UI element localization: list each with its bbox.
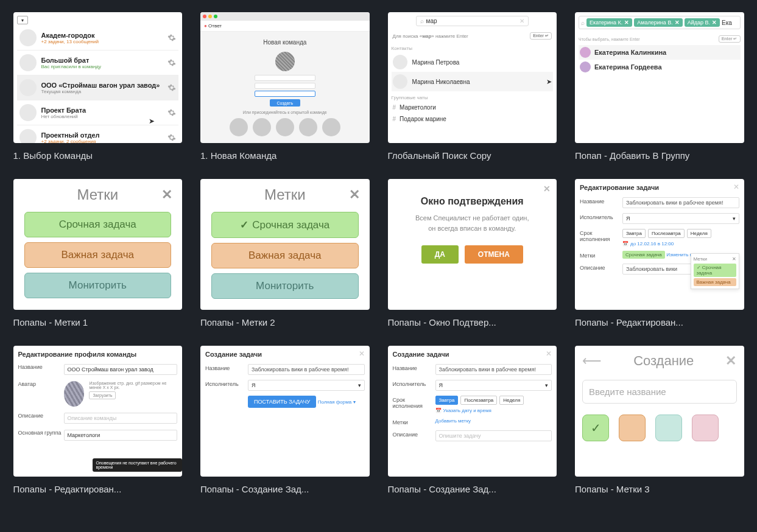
avatar (64, 381, 85, 407)
thumb: ✕ Редактирование задачи НазваниеЗаблокир… (575, 179, 744, 310)
gear-icon (167, 133, 176, 142)
team-row: Проектный отдел+2 задачи, 2 сообщения (17, 125, 179, 143)
thumb: Метки✕ ✓Срочная задача Важная задача Мон… (200, 179, 370, 310)
heading: Окно подтверждения (394, 196, 551, 207)
close-icon: ✕ (725, 353, 736, 369)
heading: Редактирование задачи (580, 184, 739, 191)
caption: Попапы - Редактирован... (575, 317, 744, 327)
group-select: Маркетологи (64, 430, 178, 441)
label-pill: Мониторить (24, 273, 172, 298)
caption: Глобальный Поиск Copy (388, 150, 557, 161)
exec-select: Я▾ (248, 380, 365, 391)
caption: Попапы - Метки 3 (575, 484, 744, 494)
cursor-icon: ➤ (149, 117, 155, 125)
card-edit-team-profile[interactable]: Редактирование профиля команды НазваниеО… (13, 346, 183, 494)
color-swatch (655, 415, 682, 441)
thumb: Метки✕ Срочная задача Важная задача Мони… (13, 179, 183, 310)
team-row: Большой братВас пригласили в команду (17, 51, 179, 75)
dropdown-toggle: ▾ (17, 16, 28, 24)
caption: 1. Новая Команда (200, 150, 370, 161)
gear-icon (167, 33, 176, 42)
thumb: ✕ Создание задачи НазваниеЗаблокировать … (200, 346, 370, 477)
cancel-button: ОТМЕНА (465, 245, 523, 264)
name-input: Заблокировать вики в рабочее время! (248, 364, 365, 375)
calendar-icon: 📅 (435, 408, 442, 413)
label-pill: ✓Срочная задача (211, 212, 359, 238)
name-input: ООО Строймаш вагон урал завод (64, 364, 178, 375)
desc-input: Опишите задачу (435, 430, 552, 441)
check-icon: ✓ (240, 219, 248, 231)
heading: Новая команда (205, 39, 365, 46)
card-labels-2[interactable]: Метки✕ ✓Срочная задача Важная задача Мон… (200, 179, 370, 327)
card-team-select[interactable]: ▾ Академ-городок+2 задачи, 13 сообщенийБ… (13, 12, 183, 161)
typed-text: Ека (722, 19, 732, 26)
heading: Создание задачи (205, 351, 365, 358)
caption: Попапы - Создание Зад... (388, 484, 557, 494)
gear-icon (167, 58, 176, 67)
team-row: Академ-городок+2 задачи, 13 сообщений (17, 26, 179, 51)
color-swatch: ✓ (582, 415, 609, 441)
close-icon: ✕ (161, 187, 172, 203)
input (255, 75, 315, 81)
thumb: ✕ Окно подтверждения Всем Специалист не … (388, 179, 557, 310)
caption: Попапы - Метки 2 (200, 317, 370, 327)
name-input: Заблокировать вики в рабочее время! (435, 364, 552, 375)
card-create-task-full[interactable]: ✕ Создание задачи НазваниеЗаблокировать … (388, 346, 557, 494)
card-edit-task[interactable]: ✕ Редактирование задачи НазваниеЗаблокир… (575, 179, 744, 327)
caption: Попапы - Редактирован... (13, 484, 183, 494)
heading: Метки (77, 186, 118, 203)
input (255, 83, 315, 89)
heading: Создание (633, 353, 694, 369)
search-input: ⌕мар✕ (416, 16, 529, 26)
person-row: Екатерина Гордеева (579, 60, 741, 74)
enter-badge: Enter ↵ (719, 35, 741, 43)
card-global-search[interactable]: ⌕мар✕ Для поиска «мар» нажмите Enter Ent… (388, 12, 557, 161)
thumb: ⟵ Создание ✕ Введите название ✓ (575, 346, 744, 477)
card-create-task-short[interactable]: ✕ Создание задачи НазваниеЗаблокировать … (200, 346, 370, 494)
thumb: ⌕мар✕ Для поиска «мар» нажмите Enter Ent… (388, 12, 557, 143)
create-button: Создать (270, 99, 300, 107)
tooltip: Оповещения не поступают вне рабочего вре… (93, 458, 183, 472)
card-labels-3[interactable]: ⟵ Создание ✕ Введите название ✓ Попапы -… (575, 346, 744, 494)
caption: Попапы - Окно Подтвер... (388, 317, 557, 327)
back-icon: ⟵ (582, 353, 602, 369)
close-icon: ✕ (733, 183, 739, 191)
card-confirm[interactable]: ✕ Окно подтверждения Всем Специалист не … (388, 179, 557, 327)
enter-badge: Enter ↵ (530, 32, 552, 40)
caption: Попап - Добавить В Группу (575, 150, 744, 161)
heading: Создание задачи (393, 351, 552, 358)
caption: 1. Выбор Команды (13, 150, 183, 161)
card-new-team[interactable]: ● Ответ Новая команда Создать Или присое… (200, 12, 370, 161)
thumb: Редактирование профиля команды НазваниеО… (13, 346, 183, 477)
close-icon: ✕ (359, 349, 365, 358)
calendar-icon: 📅 (622, 241, 628, 247)
caption: Попапы - Метки 1 (13, 317, 183, 327)
color-swatch (692, 415, 719, 441)
exec-select: Я▾ (435, 380, 552, 391)
chip: Айдар В.✕ (685, 18, 720, 27)
heading: Метки (264, 186, 306, 203)
contact-row: Марина Петрова (392, 52, 554, 72)
thumb: ▾ Академ-городок+2 задачи, 13 сообщенийБ… (13, 12, 183, 143)
thumb: ✕ Создание задачи НазваниеЗаблокировать … (388, 346, 557, 477)
team-row: ООО «Строймаш вагон урал завод»Текущая к… (17, 75, 179, 100)
section-header: Контакты (392, 46, 554, 51)
submit-button: ПОСТАВИТЬ ЗАДАЧУ (248, 396, 316, 408)
card-labels-1[interactable]: Метки✕ Срочная задача Важная задача Мони… (13, 179, 183, 327)
close-icon: ✕ (543, 184, 551, 194)
contact-row: Марина Николаевна➤ (392, 72, 554, 91)
add-label-link: Добавить метку (435, 418, 552, 424)
full-form-link: Полная форма (318, 399, 352, 405)
yes-button: ДА (421, 245, 459, 264)
chip: Амалерина В.✕ (634, 18, 682, 27)
group-row: #Маркетологи (392, 102, 554, 113)
thumb: ⌕ Екатерина К.✕ Амалерина В.✕ Айдар В.✕ … (575, 12, 744, 143)
name-input: Заблокировать вики в рабочее время! (622, 197, 739, 208)
input (255, 91, 315, 97)
upload-button: Загрузить (89, 391, 116, 399)
card-add-to-group[interactable]: ⌕ Екатерина К.✕ Амалерина В.✕ Айдар В.✕ … (575, 12, 744, 161)
search-icon: ⌕ (581, 19, 585, 26)
close-icon: ✕ (349, 187, 360, 203)
hint-text: Или присоединяйтесь к открытой команде (205, 110, 365, 114)
group-row: #Подарок марине (392, 113, 554, 125)
